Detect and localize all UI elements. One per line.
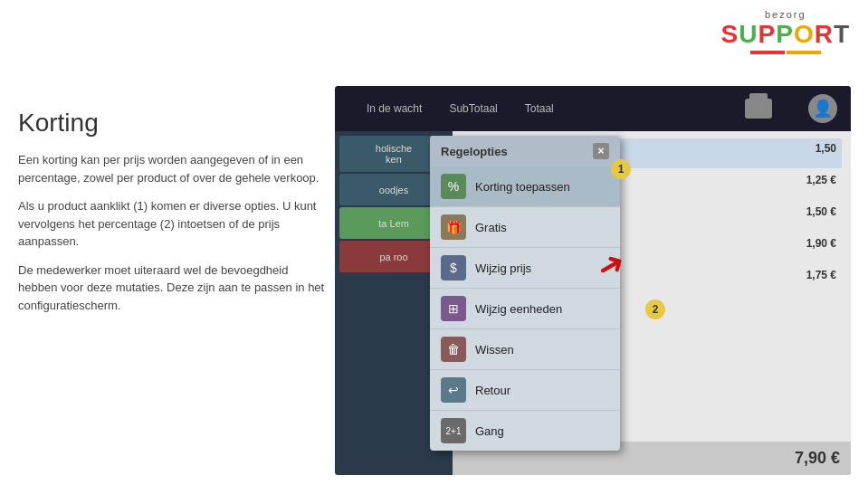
wissen-label: Wissen bbox=[475, 343, 514, 357]
description-para3: De medewerker moet uiteraard wel de bevo… bbox=[18, 262, 326, 315]
printer-icon bbox=[745, 99, 772, 119]
order-item-price-4: 1,90 € bbox=[806, 237, 836, 250]
logo-letter-s: S bbox=[721, 20, 739, 49]
left-content: Korting Een korting kan per prijs worden… bbox=[18, 109, 326, 325]
logo-letter-o: O bbox=[794, 20, 815, 49]
order-item-price-1: 1,50 bbox=[816, 142, 836, 155]
badge-2: 2 bbox=[645, 300, 665, 319]
regelopties-item-korting[interactable]: % Korting toepassen 1 ➜ bbox=[430, 166, 620, 207]
printer-icon-area bbox=[745, 99, 772, 119]
order-item-price-2: 1,25 € bbox=[806, 174, 836, 186]
tab-subtotaal[interactable]: SubTotaal bbox=[449, 102, 497, 115]
trash-icon: 🗑 bbox=[441, 337, 466, 362]
logo-letter-t: T bbox=[834, 20, 850, 49]
regelopties-item-gratis[interactable]: 🎁 Gratis bbox=[430, 207, 620, 248]
logo-letter-r: R bbox=[815, 20, 834, 49]
user-icon-area: 👤 bbox=[808, 94, 837, 123]
gift-icon: 🎁 bbox=[441, 214, 466, 240]
regelopties-item-wijzig-eenheden[interactable]: ⊞ Wijzig eenheden 2 bbox=[430, 289, 620, 329]
wijzig-eenheden-label: Wijzig eenheden bbox=[475, 302, 562, 316]
tab-totaal[interactable]: Totaal bbox=[525, 102, 554, 115]
page-title: Korting bbox=[18, 109, 326, 138]
percent-icon: % bbox=[441, 174, 466, 199]
order-item-price-5: 1,75 € bbox=[806, 269, 836, 281]
logo-underline-red bbox=[750, 51, 785, 54]
badge-1: 1 bbox=[611, 159, 631, 179]
regelopties-item-wissen[interactable]: 🗑 Wissen bbox=[430, 329, 620, 370]
wijzig-prijs-label: Wijzig prijs bbox=[475, 262, 531, 275]
user-icon: 👤 bbox=[808, 94, 837, 123]
logo-letter-u: U bbox=[739, 20, 758, 49]
logo-area: bezorg S U P P O R T bbox=[721, 9, 850, 54]
logo-letter-p1: P bbox=[758, 20, 777, 49]
regelopties-close-button[interactable]: × bbox=[593, 143, 609, 159]
description-para2: Als u product aanklikt (1) komen er dive… bbox=[18, 197, 326, 251]
logo-underline-yellow bbox=[787, 51, 821, 54]
pos-screen: In de wacht SubTotaal Totaal 👤 holischek… bbox=[335, 86, 851, 475]
order-item-price-3: 1,50 € bbox=[806, 205, 836, 218]
regelopties-title: Regelopties bbox=[441, 145, 508, 158]
pos-main: holischeken oodjes ta Lem pa roo Coca co… bbox=[335, 131, 851, 475]
regelopties-item-gang[interactable]: 2+1 Gang bbox=[430, 411, 620, 451]
korting-label: Korting toepassen bbox=[475, 180, 570, 194]
regelopties-header: Regelopties × bbox=[430, 136, 620, 166]
regelopties-panel: Regelopties × % Korting toepassen 1 ➜ 🎁 … bbox=[430, 136, 620, 451]
gratis-label: Gratis bbox=[475, 221, 507, 234]
dollar-icon: $ bbox=[441, 255, 466, 281]
back-icon: ↩ bbox=[441, 377, 466, 403]
logo-letter-p2: P bbox=[776, 20, 794, 49]
regelopties-item-retour[interactable]: ↩ Retour bbox=[430, 370, 620, 411]
tab-in-de-wacht[interactable]: In de wacht bbox=[367, 102, 422, 115]
total-label: 7,90 € bbox=[795, 449, 840, 468]
description-para1: Een korting kan per prijs worden aangege… bbox=[18, 151, 326, 186]
gang-label: Gang bbox=[475, 424, 504, 438]
pos-topbar-tabs: In de wacht SubTotaal Totaal bbox=[367, 102, 554, 115]
unit-icon: ⊞ bbox=[441, 296, 466, 321]
logo-bezorg-text: bezorg bbox=[721, 9, 850, 20]
logo-underlines bbox=[721, 51, 850, 54]
retour-label: Retour bbox=[475, 384, 510, 397]
pos-topbar: In de wacht SubTotaal Totaal 👤 bbox=[335, 86, 851, 131]
gang-icon: 2+1 bbox=[441, 418, 466, 443]
logo-support-text: S U P P O R T bbox=[721, 20, 850, 49]
